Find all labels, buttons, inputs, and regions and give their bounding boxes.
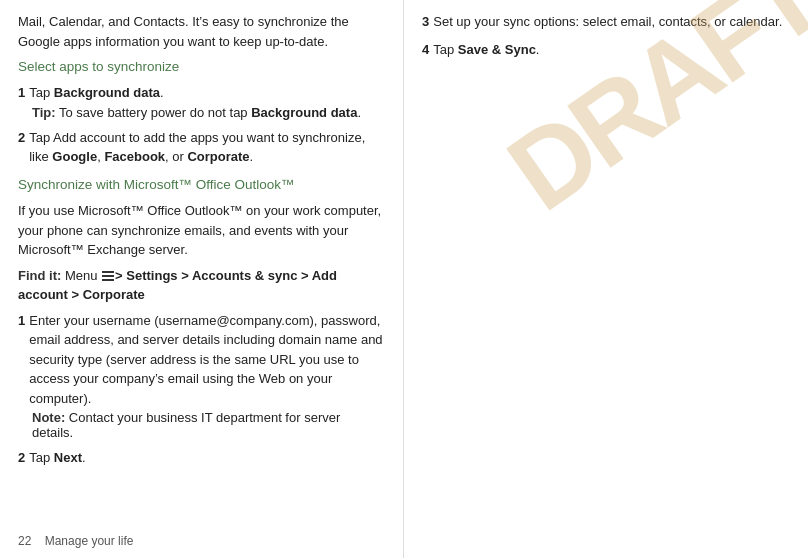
right-step2-bold: Save & Sync: [458, 42, 536, 57]
step1-text: Tap: [29, 85, 54, 100]
footer-label: Manage your life: [45, 534, 134, 548]
step3-number: 1: [18, 311, 25, 409]
note-text: Contact your business IT department for …: [32, 410, 340, 440]
right-step2-period: .: [536, 42, 540, 57]
step4-text: Tap: [29, 450, 54, 465]
step2-number: 2: [18, 128, 25, 167]
step2-corporate: Corporate: [187, 149, 249, 164]
step2-or: , or: [165, 149, 187, 164]
step1-number: 1: [18, 83, 25, 103]
section2-intro: If you use Microsoft™ Office Outlook™ on…: [18, 201, 385, 260]
step2-row: 2 Tap Add account to add the apps you wa…: [18, 128, 385, 167]
step1-content: Tap Background data.: [29, 83, 385, 103]
step3-row: 1 Enter your username (username@company.…: [18, 311, 385, 409]
step2-content: Tap Add account to add the apps you want…: [29, 128, 385, 167]
menu-icon: [102, 271, 114, 281]
step3-content: Enter your username (username@company.co…: [29, 311, 385, 409]
step1-bold: Background data: [54, 85, 160, 100]
right-step1-content: Set up your sync options: select email, …: [433, 12, 790, 32]
right-step2-block: 4 Tap Save & Sync.: [422, 40, 790, 60]
page-footer: 22 Manage your life: [18, 534, 133, 548]
step1-block: 1 Tap Background data. Tip: To save batt…: [18, 83, 385, 120]
intro-text: Mail, Calendar, and Contacts. It’s easy …: [18, 14, 349, 49]
right-step2-content: Tap Save & Sync.: [433, 40, 790, 60]
intro-paragraph: Mail, Calendar, and Contacts. It’s easy …: [18, 12, 385, 51]
step4-period: .: [82, 450, 86, 465]
step4-number: 2: [18, 448, 25, 468]
step4-row: 2 Tap Next.: [18, 448, 385, 468]
tip-block: Tip: To save battery power do not tap Ba…: [32, 105, 385, 120]
right-step1-block: 3 Set up your sync options: select email…: [422, 12, 790, 32]
note-label: Note:: [32, 410, 65, 425]
section2-heading: Synchronize with Microsoft™ Office Outlo…: [18, 175, 385, 195]
findit-label: Find it:: [18, 268, 61, 283]
right-step2-text: Tap: [433, 42, 458, 57]
left-column: Mail, Calendar, and Contacts. It’s easy …: [0, 0, 404, 558]
right-step2-number: 4: [422, 40, 429, 60]
right-step1-number: 3: [422, 12, 429, 32]
step2-google: Google: [52, 149, 97, 164]
right-step2-row: 4 Tap Save & Sync.: [422, 40, 790, 60]
note-block: Note: Contact your business IT departmen…: [32, 410, 385, 440]
step2-period: .: [250, 149, 254, 164]
step2-facebook: Facebook: [104, 149, 165, 164]
tip-label: Tip:: [32, 105, 56, 120]
footer-page-number: 22: [18, 534, 31, 548]
tip-period: .: [357, 105, 361, 120]
step4-block: 2 Tap Next.: [18, 448, 385, 468]
step1-row: 1 Tap Background data.: [18, 83, 385, 103]
findit-text: Menu: [61, 268, 101, 283]
section1-heading: Select apps to synchronize: [18, 57, 385, 77]
right-step1-row: 3 Set up your sync options: select email…: [422, 12, 790, 32]
tip-bold: Background data: [251, 105, 357, 120]
findit-block: Find it: Menu > Settings > Accounts & sy…: [18, 266, 385, 305]
right-column: 3 Set up your sync options: select email…: [404, 0, 808, 558]
draft-watermark: DRAFT: [485, 0, 808, 235]
tip-text: To save battery power do not tap: [56, 105, 252, 120]
step1-period: .: [160, 85, 164, 100]
step2-block: 2 Tap Add account to add the apps you wa…: [18, 128, 385, 167]
step4-bold: Next: [54, 450, 82, 465]
step3-block: 1 Enter your username (username@company.…: [18, 311, 385, 441]
step4-content: Tap Next.: [29, 448, 385, 468]
